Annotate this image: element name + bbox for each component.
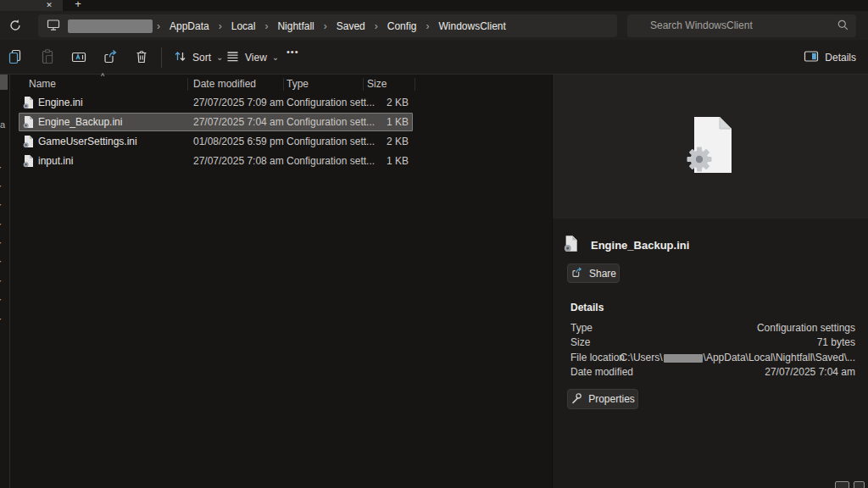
file-size: 1 KB bbox=[346, 155, 409, 167]
tree-expand-icon[interactable]: ▸ bbox=[0, 257, 8, 265]
file-date-modified: 01/08/2025 6:59 pm bbox=[193, 136, 284, 147]
tree-expand-icon[interactable]: ▸ bbox=[0, 200, 8, 208]
date-modified-label: Date modified bbox=[570, 366, 633, 378]
tree-expand-icon[interactable]: ▸ bbox=[0, 163, 8, 171]
file-date-modified: 27/07/2025 7:08 am bbox=[193, 155, 284, 167]
tree-expand-icon[interactable]: ▸ bbox=[0, 276, 8, 285]
tree-expand-icon[interactable]: ▸ bbox=[0, 181, 8, 190]
breadcrumb-config[interactable]: Config bbox=[382, 20, 422, 32]
table-row[interactable]: Engine.ini 27/07/2025 7:09 am Configurat… bbox=[11, 93, 552, 113]
date-modified-value: 27/07/2025 7:04 am bbox=[765, 366, 855, 378]
delete-button[interactable] bbox=[132, 48, 151, 67]
search-placeholder: Search WindowsClient bbox=[650, 19, 753, 31]
file-date-modified: 27/07/2025 7:09 am bbox=[193, 97, 284, 108]
column-divider[interactable] bbox=[415, 78, 415, 91]
file-date-modified: 27/07/2025 7:04 am bbox=[193, 116, 284, 128]
breadcrumb-windowsclient[interactable]: WindowsClient bbox=[433, 20, 510, 32]
column-header-date-modified[interactable]: Date modified bbox=[193, 78, 256, 90]
ini-file-icon bbox=[564, 235, 578, 255]
breadcrumb-separator: › bbox=[320, 20, 331, 32]
share-file-button[interactable]: Share bbox=[567, 263, 620, 283]
properties-button-label: Properties bbox=[588, 393, 635, 405]
tree-expand-icon[interactable]: ▸ bbox=[0, 295, 8, 303]
location-suffix: \AppData\Local\Nightfall\Saved\... bbox=[704, 352, 855, 363]
view-button[interactable]: View ⌄ bbox=[225, 48, 279, 67]
share-icon bbox=[570, 266, 583, 281]
file-size: 2 KB bbox=[346, 97, 409, 108]
table-row[interactable]: GameUserSettings.ini 01/08/2025 6:59 pm … bbox=[11, 132, 552, 152]
ini-file-large-icon bbox=[687, 115, 736, 176]
table-row[interactable]: input.ini 27/07/2025 7:08 am Configurati… bbox=[11, 152, 552, 171]
wrench-icon bbox=[570, 392, 582, 407]
search-input[interactable]: Search WindowsClient bbox=[627, 14, 856, 37]
selected-file-title: Engine_Backup.ini bbox=[564, 235, 689, 255]
view-icon bbox=[225, 49, 240, 66]
column-divider[interactable] bbox=[363, 78, 364, 91]
breadcrumb-appdata[interactable]: AppData bbox=[164, 20, 214, 32]
chevron-down-icon: ⌄ bbox=[272, 53, 279, 62]
properties-button[interactable]: Properties bbox=[567, 389, 638, 409]
column-header-type[interactable]: Type bbox=[287, 78, 309, 90]
more-options-button[interactable]: ••• bbox=[287, 47, 299, 57]
rename-button[interactable] bbox=[70, 48, 88, 67]
sort-button[interactable]: Sort ⌄ bbox=[173, 48, 223, 67]
trash-icon bbox=[133, 48, 150, 68]
breadcrumb-separator: › bbox=[421, 20, 433, 32]
icons-view-toggle[interactable] bbox=[854, 481, 865, 488]
location-monitor-icon bbox=[47, 19, 60, 34]
type-value: Configuration settings bbox=[757, 322, 855, 334]
size-value: 71 bytes bbox=[817, 336, 855, 348]
details-pane-toggle[interactable]: Details bbox=[804, 48, 856, 67]
tree-expand-icon[interactable]: ▸ bbox=[0, 238, 8, 247]
share-button-label: Share bbox=[589, 268, 616, 280]
chevron-down-icon: ⌄ bbox=[216, 53, 223, 62]
file-size: 2 KB bbox=[346, 136, 409, 147]
refresh-button[interactable] bbox=[7, 18, 24, 35]
breadcrumb-local[interactable]: Local bbox=[226, 20, 261, 32]
address-bar[interactable]: › AppData › Local › Nightfall › Saved › … bbox=[38, 14, 617, 37]
paste-button[interactable] bbox=[38, 48, 57, 67]
column-header-name[interactable]: Name bbox=[29, 78, 56, 90]
column-divider[interactable] bbox=[187, 78, 188, 91]
tree-expand-icon[interactable]: ▸ bbox=[0, 219, 8, 228]
nav-scrollbar-thumb[interactable] bbox=[0, 75, 8, 90]
selected-file-name: Engine_Backup.ini bbox=[591, 239, 689, 252]
details-toggle-label: Details bbox=[825, 52, 856, 64]
file-list: Name ^ Date modified Type Size Engine.in… bbox=[11, 75, 552, 488]
column-headers: Name ^ Date modified Type Size bbox=[11, 75, 552, 93]
type-label: Type bbox=[570, 322, 593, 334]
details-section-title: Details bbox=[570, 302, 604, 313]
copy-button[interactable] bbox=[6, 48, 25, 67]
breadcrumb-nightfall[interactable]: Nightfall bbox=[272, 20, 319, 32]
view-label: View bbox=[245, 52, 267, 64]
column-header-size[interactable]: Size bbox=[367, 78, 387, 90]
share-icon bbox=[102, 48, 119, 68]
detail-field-location: File location C:\Users\\AppData\Local\Ni… bbox=[553, 352, 868, 366]
tab-strip: ✕ + bbox=[0, 0, 868, 11]
tree-expand-icon[interactable]: ▸ bbox=[0, 314, 8, 323]
detail-field-type: Type Configuration settings bbox=[553, 322, 868, 336]
details-view-toggle[interactable] bbox=[835, 481, 849, 488]
share-button[interactable] bbox=[101, 48, 120, 67]
sort-label: Sort bbox=[192, 52, 211, 64]
rename-icon bbox=[70, 48, 87, 68]
details-pane: Engine_Backup.ini Share Details Type Con… bbox=[552, 75, 868, 488]
details-panel-icon bbox=[804, 50, 819, 65]
navigation-pane-sliver: a ▸ ▸ ▸ ▸ ▸ ▸ ▸ ▸ ▸ bbox=[0, 75, 10, 488]
ini-file-icon bbox=[23, 96, 34, 112]
detail-field-size: Size 71 bytes bbox=[553, 336, 868, 351]
breadcrumb-separator: › bbox=[153, 20, 164, 32]
table-row-selected[interactable]: Engine_Backup.ini 27/07/2025 7:04 am Con… bbox=[11, 113, 552, 132]
column-divider[interactable] bbox=[283, 78, 284, 91]
breadcrumb-saved[interactable]: Saved bbox=[331, 20, 370, 32]
file-location-label: File location bbox=[570, 352, 625, 363]
search-icon[interactable] bbox=[837, 19, 849, 34]
file-preview bbox=[553, 75, 868, 219]
file-explorer-window: ✕ + › AppData › Local › Nightfall › Save… bbox=[0, 0, 868, 488]
file-name: Engine_Backup.ini bbox=[38, 116, 122, 128]
detail-field-modified: Date modified 27/07/2025 7:04 am bbox=[553, 366, 868, 380]
sort-icon bbox=[173, 49, 187, 66]
new-tab-icon[interactable]: + bbox=[71, 0, 85, 11]
close-tab-icon[interactable]: ✕ bbox=[42, 0, 56, 11]
refresh-icon bbox=[8, 19, 22, 35]
